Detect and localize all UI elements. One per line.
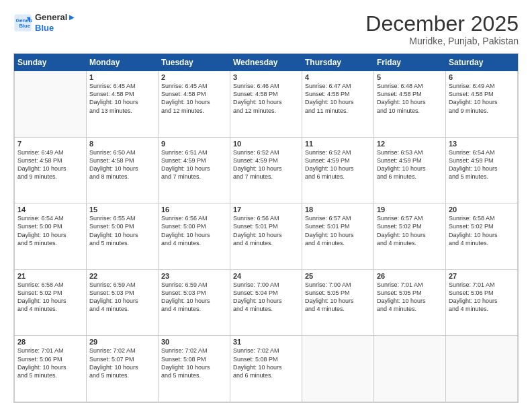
calendar-cell: 5Sunrise: 6:48 AM Sunset: 4:58 PM Daylig… bbox=[374, 71, 446, 138]
logo-text: General► Blue bbox=[35, 12, 76, 33]
title-section: December 2025 Muridke, Punjab, Pakistan bbox=[365, 12, 519, 46]
cell-content: Sunrise: 6:58 AM Sunset: 5:02 PM Dayligh… bbox=[17, 281, 83, 314]
calendar-cell: 27Sunrise: 7:01 AM Sunset: 5:06 PM Dayli… bbox=[446, 269, 518, 336]
calendar: SundayMondayTuesdayWednesdayThursdayFrid… bbox=[13, 53, 519, 403]
header: General Blue General► Blue December 2025… bbox=[13, 12, 519, 46]
cell-content: Sunrise: 6:59 AM Sunset: 5:03 PM Dayligh… bbox=[89, 281, 155, 314]
calendar-cell: 14Sunrise: 6:54 AM Sunset: 5:00 PM Dayli… bbox=[15, 203, 87, 270]
calendar-cell: 2Sunrise: 6:45 AM Sunset: 4:58 PM Daylig… bbox=[159, 71, 230, 138]
cell-content: Sunrise: 6:45 AM Sunset: 4:58 PM Dayligh… bbox=[89, 82, 155, 115]
cell-content: Sunrise: 6:56 AM Sunset: 5:01 PM Dayligh… bbox=[233, 214, 299, 247]
week-row-5: 28Sunrise: 7:01 AM Sunset: 5:06 PM Dayli… bbox=[15, 336, 518, 402]
location: Muridke, Punjab, Pakistan bbox=[365, 36, 519, 46]
calendar-body: 1Sunrise: 6:45 AM Sunset: 4:58 PM Daylig… bbox=[15, 71, 518, 402]
logo-icon: General Blue bbox=[13, 13, 32, 32]
weekday-header-saturday: Saturday bbox=[446, 54, 518, 71]
day-number: 27 bbox=[449, 272, 515, 280]
calendar-cell: 4Sunrise: 6:47 AM Sunset: 4:58 PM Daylig… bbox=[302, 71, 374, 138]
calendar-cell: 10Sunrise: 6:52 AM Sunset: 4:59 PM Dayli… bbox=[230, 137, 302, 203]
calendar-cell: 1Sunrise: 6:45 AM Sunset: 4:58 PM Daylig… bbox=[87, 71, 159, 138]
weekday-header-wednesday: Wednesday bbox=[230, 54, 302, 71]
calendar-cell: 26Sunrise: 7:01 AM Sunset: 5:05 PM Dayli… bbox=[374, 269, 446, 336]
cell-content: Sunrise: 6:47 AM Sunset: 4:58 PM Dayligh… bbox=[305, 82, 371, 115]
calendar-header: SundayMondayTuesdayWednesdayThursdayFrid… bbox=[15, 54, 518, 71]
calendar-cell: 7Sunrise: 6:49 AM Sunset: 4:58 PM Daylig… bbox=[15, 137, 87, 203]
cell-content: Sunrise: 7:01 AM Sunset: 5:06 PM Dayligh… bbox=[17, 347, 83, 379]
day-number: 30 bbox=[161, 338, 227, 346]
calendar-cell: 12Sunrise: 6:53 AM Sunset: 4:59 PM Dayli… bbox=[374, 137, 446, 203]
day-number: 20 bbox=[449, 205, 515, 214]
calendar-cell bbox=[374, 336, 446, 402]
weekday-header-tuesday: Tuesday bbox=[159, 54, 230, 71]
cell-content: Sunrise: 7:02 AM Sunset: 5:08 PM Dayligh… bbox=[161, 347, 227, 379]
week-row-3: 14Sunrise: 6:54 AM Sunset: 5:00 PM Dayli… bbox=[15, 203, 518, 270]
cell-content: Sunrise: 6:49 AM Sunset: 4:58 PM Dayligh… bbox=[449, 82, 515, 115]
day-number: 21 bbox=[17, 272, 83, 280]
weekday-header-thursday: Thursday bbox=[302, 54, 374, 71]
cell-content: Sunrise: 6:53 AM Sunset: 4:59 PM Dayligh… bbox=[377, 148, 443, 181]
cell-content: Sunrise: 6:55 AM Sunset: 5:00 PM Dayligh… bbox=[89, 214, 155, 247]
cell-content: Sunrise: 7:00 AM Sunset: 5:04 PM Dayligh… bbox=[233, 281, 299, 314]
day-number: 19 bbox=[377, 205, 443, 214]
cell-content: Sunrise: 6:57 AM Sunset: 5:01 PM Dayligh… bbox=[305, 214, 371, 247]
calendar-cell: 17Sunrise: 6:56 AM Sunset: 5:01 PM Dayli… bbox=[230, 203, 302, 270]
cell-content: Sunrise: 6:54 AM Sunset: 5:00 PM Dayligh… bbox=[17, 214, 83, 247]
cell-content: Sunrise: 6:54 AM Sunset: 4:59 PM Dayligh… bbox=[449, 148, 515, 181]
calendar-cell: 29Sunrise: 7:02 AM Sunset: 5:07 PM Dayli… bbox=[87, 336, 159, 402]
calendar-cell: 28Sunrise: 7:01 AM Sunset: 5:06 PM Dayli… bbox=[15, 336, 87, 402]
day-number: 17 bbox=[233, 205, 299, 214]
calendar-cell: 18Sunrise: 6:57 AM Sunset: 5:01 PM Dayli… bbox=[302, 203, 374, 270]
cell-content: Sunrise: 6:52 AM Sunset: 4:59 PM Dayligh… bbox=[305, 148, 371, 181]
cell-content: Sunrise: 7:01 AM Sunset: 5:06 PM Dayligh… bbox=[449, 281, 515, 314]
cell-content: Sunrise: 6:52 AM Sunset: 4:59 PM Dayligh… bbox=[233, 148, 299, 181]
calendar-cell: 20Sunrise: 6:58 AM Sunset: 5:02 PM Dayli… bbox=[446, 203, 518, 270]
calendar-cell: 16Sunrise: 6:56 AM Sunset: 5:00 PM Dayli… bbox=[159, 203, 230, 270]
calendar-cell bbox=[302, 336, 374, 402]
calendar-cell: 11Sunrise: 6:52 AM Sunset: 4:59 PM Dayli… bbox=[302, 137, 374, 203]
svg-text:Blue: Blue bbox=[19, 23, 30, 29]
day-number: 23 bbox=[161, 272, 227, 280]
logo: General Blue General► Blue bbox=[13, 12, 76, 33]
calendar-cell bbox=[446, 336, 518, 402]
day-number: 24 bbox=[233, 272, 299, 280]
calendar-cell: 15Sunrise: 6:55 AM Sunset: 5:00 PM Dayli… bbox=[87, 203, 159, 270]
calendar-cell: 24Sunrise: 7:00 AM Sunset: 5:04 PM Dayli… bbox=[230, 269, 302, 336]
day-number: 14 bbox=[17, 205, 83, 214]
day-number: 29 bbox=[89, 338, 155, 346]
calendar-cell: 9Sunrise: 6:51 AM Sunset: 4:59 PM Daylig… bbox=[159, 137, 230, 203]
weekday-header-monday: Monday bbox=[87, 54, 159, 71]
day-number: 5 bbox=[377, 73, 443, 81]
cell-content: Sunrise: 7:02 AM Sunset: 5:07 PM Dayligh… bbox=[89, 347, 155, 379]
day-number: 2 bbox=[161, 73, 227, 81]
cell-content: Sunrise: 6:49 AM Sunset: 4:58 PM Dayligh… bbox=[17, 148, 83, 181]
day-number: 6 bbox=[449, 73, 515, 81]
calendar-cell: 23Sunrise: 6:59 AM Sunset: 5:03 PM Dayli… bbox=[159, 269, 230, 336]
month-title: December 2025 bbox=[365, 12, 519, 36]
cell-content: Sunrise: 6:50 AM Sunset: 4:58 PM Dayligh… bbox=[89, 148, 155, 181]
calendar-cell: 13Sunrise: 6:54 AM Sunset: 4:59 PM Dayli… bbox=[446, 137, 518, 203]
day-number: 4 bbox=[305, 73, 371, 81]
day-number: 26 bbox=[377, 272, 443, 280]
week-row-1: 1Sunrise: 6:45 AM Sunset: 4:58 PM Daylig… bbox=[15, 71, 518, 138]
cell-content: Sunrise: 7:00 AM Sunset: 5:05 PM Dayligh… bbox=[305, 281, 371, 314]
cell-content: Sunrise: 6:58 AM Sunset: 5:02 PM Dayligh… bbox=[449, 214, 515, 247]
calendar-table: SundayMondayTuesdayWednesdayThursdayFrid… bbox=[14, 54, 518, 402]
calendar-cell: 30Sunrise: 7:02 AM Sunset: 5:08 PM Dayli… bbox=[159, 336, 230, 402]
cell-content: Sunrise: 6:45 AM Sunset: 4:58 PM Dayligh… bbox=[161, 82, 227, 115]
day-number: 10 bbox=[233, 140, 299, 148]
cell-content: Sunrise: 6:51 AM Sunset: 4:59 PM Dayligh… bbox=[161, 148, 227, 181]
cell-content: Sunrise: 6:46 AM Sunset: 4:58 PM Dayligh… bbox=[233, 82, 299, 115]
day-number: 7 bbox=[17, 140, 83, 148]
day-number: 15 bbox=[89, 205, 155, 214]
cell-content: Sunrise: 6:48 AM Sunset: 4:58 PM Dayligh… bbox=[377, 82, 443, 115]
calendar-cell bbox=[15, 71, 87, 138]
cell-content: Sunrise: 7:01 AM Sunset: 5:05 PM Dayligh… bbox=[377, 281, 443, 314]
cell-content: Sunrise: 7:02 AM Sunset: 5:08 PM Dayligh… bbox=[233, 347, 299, 379]
calendar-cell: 3Sunrise: 6:46 AM Sunset: 4:58 PM Daylig… bbox=[230, 71, 302, 138]
weekday-header-friday: Friday bbox=[374, 54, 446, 71]
day-number: 18 bbox=[305, 205, 371, 214]
page: General Blue General► Blue December 2025… bbox=[0, 0, 532, 411]
day-number: 1 bbox=[89, 73, 155, 81]
weekday-row: SundayMondayTuesdayWednesdayThursdayFrid… bbox=[15, 54, 518, 71]
week-row-4: 21Sunrise: 6:58 AM Sunset: 5:02 PM Dayli… bbox=[15, 269, 518, 336]
